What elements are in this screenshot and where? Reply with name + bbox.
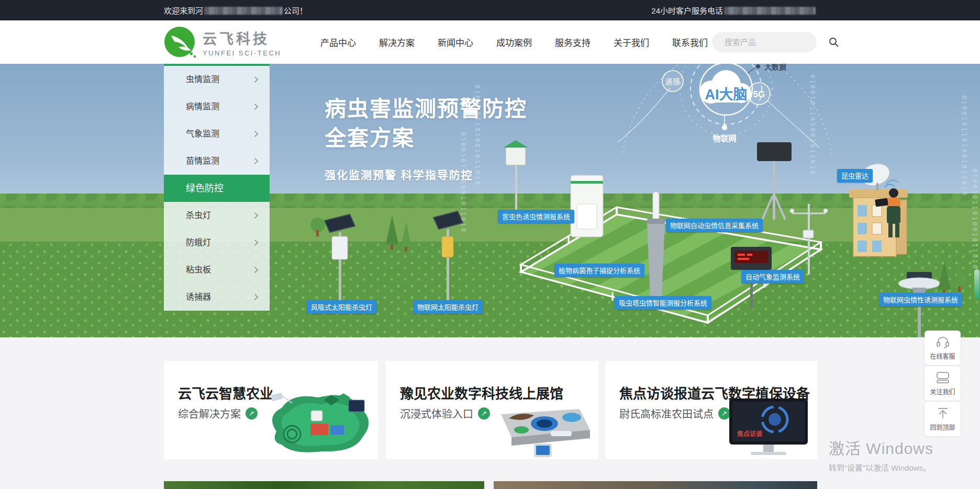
menu-item-insecticidal-lamp[interactable]: 杀虫灯 [164, 202, 270, 229]
binary-texture: 0100101101001011010 [809, 74, 816, 176]
follow-us-button[interactable]: 关注我们 [925, 366, 961, 401]
svg-text:5G: 5G [753, 89, 765, 99]
logo[interactable]: 云飞科技 YUNFEI SCI-TECH [164, 26, 281, 59]
device-label-suction-tower: 吸虫塔虫情智能测报分析系统 [615, 296, 711, 310]
search-icon[interactable] [829, 32, 839, 52]
card-subtitle: 沉浸式体验入口 [400, 406, 473, 421]
exhibition-illustration [488, 393, 593, 459]
device-label-color-trap: 害虫色诱虫情测报系统 [498, 210, 574, 223]
logo-leaf-icon [164, 26, 196, 59]
welcome-text: 欢迎来到河公司！ [164, 5, 307, 16]
top-bar: 欢迎来到河公司！ 24小时客户服务电话 [0, 0, 980, 20]
hero-copy: 病虫害监测预警防控全套方案 强化监测预警 科学指导防控 [325, 94, 527, 182]
chevron-right-icon [252, 76, 258, 82]
hero-subtitle: 强化监测预警 科学指导防控 [325, 166, 527, 182]
hub-node-iot: 物联网 [712, 125, 736, 143]
hub-node-bigdata: 大数据 [756, 64, 786, 71]
windows-activation-watermark: 激活 Windows 转到“设置”以激活 Windows。 [829, 436, 933, 473]
search-input[interactable] [712, 38, 829, 47]
tv-screen-caption: 焦点访谈 [737, 430, 763, 438]
nav-item-solutions[interactable]: 解决方案 [368, 36, 426, 49]
device-label-wind-suction-lamp: 风吸式太阳能杀虫灯 [307, 300, 376, 314]
device-label-pheromone-trap: 物联网虫情性诱测报系统 [879, 293, 962, 306]
logo-title: 云飞科技 [203, 28, 281, 48]
card-title: 云飞云智慧农业 [178, 383, 273, 402]
menu-item-trap[interactable]: 诱捕器 [164, 283, 270, 311]
follow-qr-icon [936, 371, 950, 384]
chevron-right-icon [252, 240, 258, 245]
svg-text:遥感: 遥感 [665, 77, 680, 86]
nav-item-cases[interactable]: 成功案例 [485, 36, 543, 49]
redacted-company-name [204, 7, 283, 15]
hero-title: 病虫害监测预警防控全套方案 [325, 94, 527, 153]
nav-item-contact[interactable]: 联系我们 [661, 36, 719, 49]
device-label-iot-solar-lamp: 物联网太阳能杀虫灯 [413, 300, 483, 314]
binary-texture: 0100101101001011010 [961, 95, 968, 197]
online-service-button[interactable]: 在线客服 [925, 331, 961, 365]
main-nav: 产品中心 解决方案 新闻中心 成功案例 服务支持 关于我们 联系我们 [309, 20, 719, 64]
hub-node-remote-sensing: 遥感 [662, 71, 683, 92]
menu-item-moth-lamp[interactable]: 防蛾灯 [164, 229, 270, 256]
card-online-exhibition[interactable]: 豫见农业数字科技线上展馆 沉浸式体验入口↗ [386, 361, 598, 459]
menu-item-weather-monitoring[interactable]: 气象监测 [164, 120, 270, 147]
menu-item-seedling-monitoring[interactable]: 苗情监测 [164, 147, 270, 175]
chevron-right-icon [252, 158, 258, 164]
menu-item-sticky-board[interactable]: 粘虫板 [164, 256, 270, 283]
bottom-image-left[interactable] [164, 481, 484, 489]
nav-item-products[interactable]: 产品中心 [309, 36, 368, 49]
nav-item-about[interactable]: 关于我们 [602, 36, 661, 49]
logo-subtitle: YUNFEI SCI-TECH [203, 49, 281, 57]
smart-farm-illustration [261, 384, 376, 458]
bottom-image-right[interactable] [494, 481, 817, 489]
device-label-insect-radar: 昆虫雷达 [837, 169, 873, 183]
svg-text:AI大脑: AI大脑 [705, 87, 748, 103]
nav-item-support[interactable]: 服务支持 [543, 36, 602, 49]
hero-banner: AI大脑 遥感 5G 大数据 物联网 [0, 64, 980, 337]
device-label-auto-weather: 自动气象监测系统 [741, 270, 804, 283]
card-subtitle: 综合解决方案 [178, 406, 241, 421]
nav-item-news[interactable]: 新闻中心 [426, 36, 485, 49]
floating-toolbar: 在线客服 关注我们 回到顶部 [925, 331, 961, 437]
svg-text:物联网: 物联网 [712, 134, 736, 143]
site-header: 云飞科技 YUNFEI SCI-TECH 产品中心 解决方案 新闻中心 成功案例… [0, 20, 980, 64]
chevron-right-icon [252, 267, 258, 272]
redacted-phone-number [724, 7, 816, 15]
chevron-right-icon [252, 131, 258, 137]
hub-node-5g: 5G [748, 83, 770, 105]
menu-item-disease-monitoring[interactable]: 病情监测 [164, 93, 270, 120]
binary-texture: 0100101101001011010 [971, 168, 978, 270]
menu-item-green-control[interactable]: 绿色防控 [164, 175, 270, 202]
ai-hub: AI大脑 遥感 5G 大数据 物联网 [618, 64, 832, 158]
search-box [712, 32, 817, 52]
svg-text:大数据: 大数据 [764, 64, 786, 71]
card-cctv-report[interactable]: 焦点访谈报道云飞数字植保设备 尉氏高标准农田试点↗ 焦点访谈 [605, 361, 817, 459]
device-spore-cabinet [571, 175, 603, 237]
chevron-right-icon [252, 104, 258, 109]
go-arrow-icon[interactable]: ↗ [246, 407, 258, 419]
chevron-right-icon [252, 212, 258, 218]
device-label-spore-capture: 植物病菌孢子捕捉分析系统 [554, 264, 644, 277]
back-to-top-button[interactable]: 回到顶部 [925, 402, 961, 436]
tv-monitor-illustration: 焦点访谈 [727, 397, 810, 458]
service-phone: 24小时客户服务电话 [651, 5, 817, 16]
device-label-iot-insect-collection: 物联网自动虫情信息采集系统 [666, 219, 763, 232]
arrow-up-icon [936, 407, 950, 419]
chevron-right-icon [252, 294, 258, 300]
menu-item-insect-monitoring[interactable]: 虫情监测 [164, 66, 270, 93]
headset-icon [936, 336, 950, 348]
ai-brain-cloud: AI大脑 [699, 70, 751, 104]
product-dropdown-menu: 虫情监测 病情监测 气象监测 苗情监测 绿色防控 杀虫灯 防蛾灯 粘虫板 诱捕器 [164, 64, 270, 311]
page-scrollbar[interactable] [974, 269, 979, 299]
card-smart-agriculture[interactable]: 云飞云智慧农业 综合解决方案↗ [164, 361, 378, 459]
card-subtitle: 尉氏高标准农田试点 [619, 406, 714, 421]
